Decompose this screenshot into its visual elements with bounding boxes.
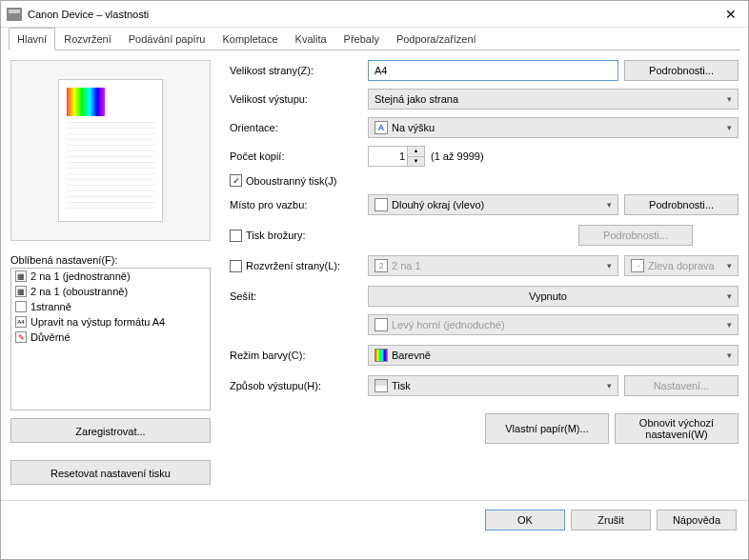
copies-label: Počet kopií: [230,150,368,162]
fav-icon [15,301,27,312]
tab-support[interactable]: Podpora/zařízení [388,28,485,50]
right-pane: Velikost strany(Z): Podrobnosti... Velik… [211,60,739,500]
close-icon[interactable]: ✕ [719,7,742,22]
custom-paper-button[interactable]: Vlastní papír(M)... [485,413,609,444]
chevron-down-icon: ▾ [607,200,612,210]
list-item[interactable]: A4Upravit na výstup formátu A4 [11,314,210,330]
staple-position-icon [374,318,388,331]
favorites-label: Oblíbená nastavení(F): [10,254,211,266]
chevron-down-icon: ▾ [727,350,732,360]
chevron-down-icon: ▾ [727,320,732,330]
titlebar: Canon Device – vlastnosti ✕ [1,1,748,28]
list-item[interactable]: 1stranně [11,299,210,314]
chevron-down-icon: ▾ [727,261,732,270]
chevron-down-icon: ▾ [607,261,612,270]
chevron-down-icon: ▾ [607,381,612,390]
copies-input[interactable]: ▲▼ [368,146,425,167]
restore-defaults-button[interactable]: Obnovit výchozí nastavení(W) [615,413,739,444]
binding-icon [374,198,388,211]
layout-order-select: →Zleva doprava▾ [624,255,739,276]
dialog-footer: OK Zrušit Nápověda [1,500,748,538]
booklet-checkbox[interactable]: Tisk brožury: [230,230,368,242]
content: Oblíbená nastavení(F): ▦2 na 1 (jednostr… [1,50,748,500]
spin-up-icon[interactable]: ▲ [408,147,424,157]
tab-bar: Hlavní Rozvržení Podávání papíru Komplet… [1,28,748,50]
layout-icon: 2 [374,259,388,272]
binding-label: Místo pro vazbu: [230,199,368,210]
ok-button[interactable]: OK [485,510,565,530]
page-size-input[interactable] [368,60,618,81]
chevron-down-icon: ▾ [727,291,732,301]
chevron-down-icon: ▾ [727,123,732,132]
arrow-right-icon: → [631,259,644,272]
tab-main[interactable]: Hlavní [9,28,55,50]
orientation-label: Orientace: [230,122,368,133]
spin-down-icon[interactable]: ▼ [408,157,424,167]
list-item[interactable]: ✎Důvěrné [11,330,210,345]
chevron-down-icon: ▾ [727,94,732,104]
color-swatch-icon [374,349,388,362]
staple-label: Sešít: [230,290,368,302]
cancel-button[interactable]: Zrušit [571,510,651,530]
favorites-list[interactable]: ▦2 na 1 (jednostranně) ▦2 na 1 (oboustra… [10,268,211,410]
orientation-select[interactable]: ANa výšku▾ [368,117,739,138]
preview-page-icon [58,79,163,222]
preview-box [10,60,211,241]
checkbox-unchecked-icon [230,230,242,242]
help-button[interactable]: Nápověda [657,510,737,530]
printer-icon [7,8,22,21]
tab-quality[interactable]: Kvalita [287,28,335,50]
fav-icon: ✎ [15,331,27,343]
binding-details-button[interactable]: Podrobnosti... [624,194,739,215]
output-method-select[interactable]: Tisk▾ [368,375,618,396]
output-settings-button: Nastavení... [624,375,739,396]
tab-finishing[interactable]: Kompletace [213,28,286,50]
page-layout-checkbox[interactable]: Rozvržení strany(L): [230,260,368,272]
page-size-label: Velikost strany(Z): [230,65,368,76]
print-icon [374,379,388,392]
window-title: Canon Device – vlastnosti [28,9,149,20]
page-size-details-button[interactable]: Podrobnosti... [624,60,739,81]
fav-icon: ▦ [15,270,27,282]
color-mode-label: Režim barvy(C): [230,350,368,361]
output-size-label: Velikost výstupu: [230,93,368,105]
booklet-details-button: Podrobnosti... [578,225,693,246]
duplex-checkbox[interactable]: ✓ Oboustranný tisk(J) [230,174,336,187]
fav-icon: A4 [15,316,27,328]
output-method-label: Způsob výstupu(H): [230,380,368,391]
reset-button[interactable]: Resetovat nastavení tisku [10,460,211,485]
page-layout-select: 22 na 1▾ [368,255,618,276]
binding-select[interactable]: Dlouhý okraj (vlevo)▾ [368,194,618,215]
checkbox-unchecked-icon [230,260,242,272]
staple-position-select: Levý horní (jednoduché)▾ [368,314,739,335]
fav-icon: ▦ [15,286,27,297]
tab-paper[interactable]: Podávání papíru [120,28,214,50]
left-pane: Oblíbená nastavení(F): ▦2 na 1 (jednostr… [10,60,211,500]
tab-layout[interactable]: Rozvržení [55,28,120,50]
staple-select[interactable]: Vypnuto▾ [368,286,739,307]
list-item[interactable]: ▦2 na 1 (jednostranně) [11,269,210,284]
output-size-select[interactable]: Stejná jako strana▾ [368,89,739,110]
color-mode-select[interactable]: Barevně▾ [368,345,739,366]
portrait-icon: A [374,121,388,134]
register-button[interactable]: Zaregistrovat... [10,418,211,443]
checkbox-checked-icon: ✓ [230,174,242,187]
list-item[interactable]: ▦2 na 1 (oboustranně) [11,284,210,299]
copies-range: (1 až 9999) [431,150,484,162]
tab-covers[interactable]: Přebaly [335,28,388,50]
